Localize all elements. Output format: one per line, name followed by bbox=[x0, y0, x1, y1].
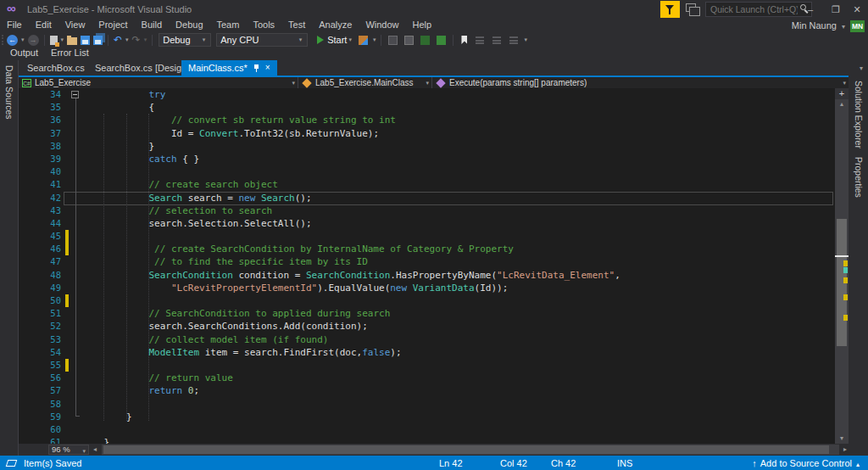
start-debug-button[interactable]: Start▾ bbox=[317, 33, 353, 47]
close-button[interactable]: ✕ bbox=[848, 3, 866, 16]
menu-item-analyze[interactable]: Analyze bbox=[312, 19, 359, 31]
code-line-46[interactable]: 46 // create SearchCondition by Internal… bbox=[19, 243, 835, 255]
horizontal-scrollbar[interactable] bbox=[102, 445, 839, 455]
tab-output[interactable]: Output bbox=[10, 48, 38, 58]
member-dropdown[interactable]: Execute(params string[] parameters) ▾ bbox=[432, 77, 849, 88]
code-line-57[interactable]: 57 return 0; bbox=[19, 384, 835, 397]
code-line-60[interactable]: 60 bbox=[19, 423, 835, 436]
user-area[interactable]: Min Naung▾MN bbox=[792, 20, 865, 32]
code-line-40[interactable]: 40 bbox=[19, 165, 835, 178]
editor-split-button[interactable]: + bbox=[835, 88, 849, 99]
code-line-47[interactable]: 47 // to find the specific item by its I… bbox=[19, 255, 835, 268]
new-item-dropdown-caret[interactable]: ▾ bbox=[61, 36, 64, 43]
restore-button[interactable]: ❐ bbox=[826, 3, 845, 16]
code-line-41[interactable]: 41 // create search object bbox=[19, 178, 835, 191]
project-dropdown[interactable]: C# Lab5_Exercise ▾ bbox=[19, 77, 298, 88]
code-line-55[interactable]: 55 bbox=[19, 359, 835, 372]
quick-launch-input[interactable] bbox=[705, 2, 812, 17]
collapse-region-icon[interactable] bbox=[71, 91, 79, 98]
show-output-button[interactable] bbox=[387, 33, 399, 47]
save-all-button[interactable] bbox=[93, 33, 103, 47]
horizontal-scrollbar-thumb[interactable] bbox=[103, 445, 829, 454]
feedback-filter-button[interactable] bbox=[660, 1, 680, 18]
scroll-left-icon[interactable]: ◂ bbox=[93, 445, 97, 455]
code-line-42[interactable]: 42 Search search = new Search(); bbox=[19, 192, 835, 204]
code-line-44[interactable]: 44 search.Selection.SelectAll(); bbox=[19, 217, 835, 230]
tab-error-list[interactable]: Error List bbox=[51, 48, 89, 58]
code-line-36[interactable]: 36 // convert sb return value string to … bbox=[19, 114, 835, 126]
code-line-52[interactable]: 52 search.SearchConditions.Add(condition… bbox=[19, 320, 835, 333]
redo-dropdown-caret[interactable]: ▾ bbox=[144, 36, 147, 43]
menu-item-view[interactable]: View bbox=[58, 19, 92, 31]
menu-item-help[interactable]: Help bbox=[406, 19, 439, 31]
code-line-51[interactable]: 51 // SearchCondition to applied during … bbox=[19, 307, 835, 320]
code-editor[interactable]: 34 try35 {36 // convert sb return value … bbox=[19, 88, 849, 444]
tab-mainclass-cs[interactable]: MainClass.cs* × bbox=[181, 60, 277, 76]
tab-searchbox-design[interactable]: SearchBox.cs [Design] bbox=[88, 60, 196, 76]
next-bookmark-button[interactable] bbox=[490, 33, 504, 47]
code-line-37[interactable]: 37 Id = Convert.ToInt32(sb.ReturnValue); bbox=[19, 127, 835, 140]
vertical-scrollbar[interactable]: + ▴ ▾ bbox=[835, 88, 849, 444]
tab-data-sources[interactable]: Data Sources bbox=[4, 65, 14, 120]
close-icon[interactable]: × bbox=[265, 60, 270, 76]
tab-properties[interactable]: Properties bbox=[854, 157, 864, 198]
new-item-button[interactable] bbox=[50, 33, 58, 47]
code-line-50[interactable]: 50 bbox=[19, 294, 835, 307]
menu-item-window[interactable]: Window bbox=[359, 19, 405, 31]
undo-dropdown-caret[interactable]: ▾ bbox=[125, 36, 129, 43]
code-line-38[interactable]: 38 } bbox=[19, 140, 835, 153]
user-name[interactable]: Min Naung bbox=[792, 20, 837, 31]
clear-bookmarks-button[interactable] bbox=[507, 33, 520, 47]
document-list-caret[interactable]: ▾ bbox=[860, 64, 863, 72]
undo-button[interactable]: ↶ bbox=[114, 33, 122, 47]
toolbar-grip[interactable] bbox=[2, 35, 5, 45]
back-dropdown-caret[interactable]: ▾ bbox=[21, 36, 25, 43]
uncomment-button[interactable] bbox=[435, 33, 448, 47]
menu-item-project[interactable]: Project bbox=[92, 19, 134, 31]
toggle-bookmark-button[interactable] bbox=[459, 33, 470, 47]
code-line-56[interactable]: 56 // return value bbox=[19, 372, 835, 384]
attach-to-process-button[interactable] bbox=[357, 33, 370, 47]
code-line-58[interactable]: 58 bbox=[19, 398, 835, 411]
menu-item-test[interactable]: Test bbox=[281, 19, 312, 31]
menu-item-tools[interactable]: Tools bbox=[246, 19, 281, 31]
scroll-up-icon[interactable]: ▴ bbox=[835, 99, 849, 109]
avatar[interactable]: MN bbox=[850, 20, 865, 32]
type-dropdown[interactable]: Lab5_Exercise.MainClass ▾ bbox=[298, 77, 432, 88]
comment-button[interactable] bbox=[419, 33, 431, 47]
code-line-48[interactable]: 48 SearchCondition condition = SearchCon… bbox=[19, 269, 835, 282]
tab-solution-explorer[interactable]: Solution Explorer bbox=[854, 81, 864, 148]
save-button[interactable] bbox=[81, 33, 90, 47]
minimize-button[interactable]: – bbox=[801, 3, 820, 16]
chevron-down-icon[interactable]: ▾ bbox=[842, 23, 845, 31]
code-line-34[interactable]: 34 try bbox=[19, 88, 835, 101]
find-in-files-button[interactable] bbox=[403, 33, 415, 47]
code-line-59[interactable]: 59 } bbox=[19, 411, 835, 423]
add-to-source-control-button[interactable]: ↑Add to Source Control▴ bbox=[752, 458, 860, 468]
feedback-icon[interactable] bbox=[686, 3, 696, 12]
zoom-level-dropdown[interactable]: 96 %▾ bbox=[48, 445, 89, 455]
solution-platform-dropdown[interactable]: Any CPU▾ bbox=[216, 33, 308, 47]
code-line-54[interactable]: 54 ModelItem item = search.FindFirst(doc… bbox=[19, 346, 835, 359]
pin-icon[interactable] bbox=[253, 64, 259, 72]
scroll-down-icon[interactable]: ▾ bbox=[835, 434, 849, 444]
code-line-61[interactable]: 61 } bbox=[19, 436, 835, 444]
solution-configuration-dropdown[interactable]: Debug▾ bbox=[159, 33, 211, 47]
menu-item-edit[interactable]: Edit bbox=[29, 19, 58, 31]
menu-item-team[interactable]: Team bbox=[210, 19, 247, 31]
menu-item-build[interactable]: Build bbox=[135, 19, 169, 31]
navigate-forward-button[interactable]: → bbox=[28, 33, 39, 47]
code-line-39[interactable]: 39 catch { } bbox=[19, 153, 835, 165]
debug-target-dropdown-caret[interactable]: ▾ bbox=[373, 36, 376, 43]
redo-button[interactable]: ↷ bbox=[132, 33, 141, 47]
menu-item-file[interactable]: File bbox=[0, 19, 29, 31]
code-line-53[interactable]: 53 // collect model item (if found) bbox=[19, 333, 835, 346]
code-line-43[interactable]: 43 // selection to search bbox=[19, 204, 835, 217]
code-line-35[interactable]: 35 { bbox=[19, 101, 835, 114]
scroll-right-icon[interactable]: ▸ bbox=[843, 445, 847, 455]
menu-item-debug[interactable]: Debug bbox=[169, 19, 209, 31]
previous-bookmark-button[interactable] bbox=[473, 33, 487, 47]
code-line-45[interactable]: 45 bbox=[19, 230, 835, 243]
navigate-back-button[interactable]: ← bbox=[7, 33, 18, 47]
toolbar-overflow-caret[interactable]: ▾ bbox=[524, 36, 527, 43]
